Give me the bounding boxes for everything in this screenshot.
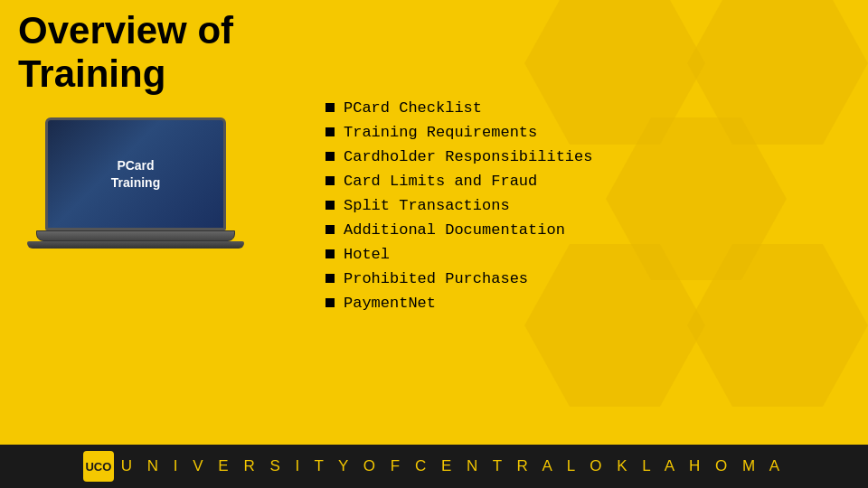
list-item: Hotel xyxy=(326,246,592,263)
hex-shape-3 xyxy=(606,117,787,280)
laptop-screen-text: PCard Training xyxy=(111,157,160,190)
bullet-icon xyxy=(326,249,335,258)
list-item-label: Training Requirements xyxy=(344,124,537,141)
bullet-icon xyxy=(326,274,335,283)
bullet-icon xyxy=(326,152,335,161)
bullet-icon xyxy=(326,176,335,185)
bullet-icon xyxy=(326,127,335,136)
footer: UCO U N I V E R S I T Y O F C E N T R A … xyxy=(0,445,868,488)
list-item-label: PCard Checklist xyxy=(344,99,482,117)
list-item: Card Limits and Fraud xyxy=(326,173,592,190)
list-item: Additional Documentation xyxy=(326,221,592,239)
title-line1: Overview of xyxy=(18,9,233,52)
laptop-body: PCard Training xyxy=(27,117,244,258)
bullet-icon xyxy=(326,225,335,234)
list-item: Split Transactions xyxy=(326,197,592,214)
list-item: PaymentNet xyxy=(326,295,592,312)
list-item: Prohibited Purchases xyxy=(326,270,592,287)
list-item-label: Card Limits and Fraud xyxy=(344,173,537,190)
laptop-screen: PCard Training xyxy=(45,117,226,230)
laptop-bottom xyxy=(27,241,244,249)
list-item: Cardholder Responsibilities xyxy=(326,148,592,165)
bullet-icon xyxy=(326,103,335,112)
footer-university-text: U N I V E R S I T Y O F C E N T R A L O … xyxy=(121,457,785,475)
list-item-label: PaymentNet xyxy=(344,295,436,312)
list-item-label: Additional Documentation xyxy=(344,221,565,239)
list-item-label: Split Transactions xyxy=(344,197,510,214)
hex-shape-4 xyxy=(687,244,868,407)
page-title: Overview of Training xyxy=(18,9,233,97)
list-item-label: Cardholder Responsibilities xyxy=(344,148,592,165)
footer-logo: UCO xyxy=(83,451,114,482)
list-item: Training Requirements xyxy=(326,124,592,141)
list-item-label: Prohibited Purchases xyxy=(344,270,528,287)
bullet-icon xyxy=(326,201,335,210)
bullet-icon xyxy=(326,298,335,307)
laptop-base xyxy=(36,230,235,241)
title-line2: Training xyxy=(18,52,233,96)
list-item-label: Hotel xyxy=(344,246,390,263)
laptop-illustration: PCard Training xyxy=(18,117,253,298)
bullet-list: PCard ChecklistTraining RequirementsCard… xyxy=(326,99,592,319)
list-item: PCard Checklist xyxy=(326,99,592,117)
hex-shape-2 xyxy=(687,0,868,145)
main-container: Overview of Training PCard Training PCar… xyxy=(0,0,868,488)
